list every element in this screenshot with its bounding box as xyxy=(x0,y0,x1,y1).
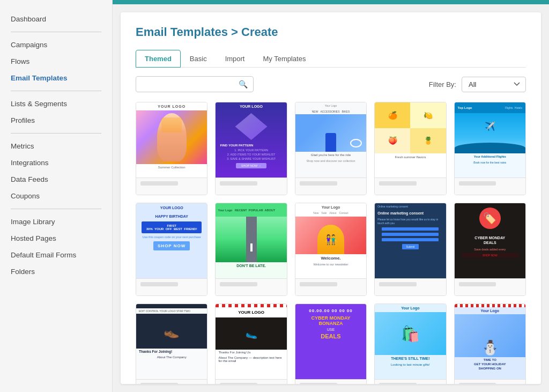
template-footer xyxy=(136,177,207,195)
sidebar-item-flows[interactable]: Flows xyxy=(0,53,112,70)
tab-my-templates[interactable]: My Templates xyxy=(254,50,315,68)
content-area: Email Templates > Create Themed Basic Im… xyxy=(121,12,541,384)
template-preview: YOUR LOGO 🥿 Thanks For Joining Us About … xyxy=(216,304,286,379)
template-footer xyxy=(375,379,446,384)
template-footer xyxy=(375,278,446,295)
template-preview: Your Logo ⛄ TIME TOGET YOUR HOLIDAYSHOPP… xyxy=(455,304,525,379)
template-preview: YOUR LOGO Summer Collection xyxy=(136,102,207,177)
sidebar-item-coupons[interactable]: Coupons xyxy=(0,188,112,204)
template-grid: YOUR LOGO Summer Collection xyxy=(136,102,526,384)
template-card[interactable]: Your Logo NEWACCESSORIESBIKES Glad you'r… xyxy=(295,102,367,195)
template-footer xyxy=(295,278,366,295)
tab-themed[interactable]: Themed xyxy=(136,50,181,68)
template-preview: 00.00.00 00 00 00 CYBER MONDAYBONANZA US… xyxy=(295,304,366,379)
filter-controls: Filter By: All E-commerce Newsletter Hol… xyxy=(429,77,526,92)
sidebar-item-metrics[interactable]: Metrics xyxy=(0,138,112,154)
filter-label: Filter By: xyxy=(429,80,456,88)
template-footer xyxy=(216,278,286,295)
template-card[interactable]: YOUR LOGO Summer Collection xyxy=(136,102,207,195)
sidebar-divider-1 xyxy=(11,32,101,32)
sidebar-item-hosted-pages[interactable]: Hosted Pages xyxy=(0,230,112,247)
template-card[interactable]: 🍊 🍋 🍑 🍍 Fresh summer flavors xyxy=(374,102,446,195)
template-preview: Online marketing consent Online marketin… xyxy=(375,203,446,278)
template-preview: Your Logo NEWACCESSORIESBIKES Glad you'r… xyxy=(295,102,366,177)
main-content: Email Templates > Create Themed Basic Im… xyxy=(113,0,549,392)
template-card[interactable]: Online marketing consent Online marketin… xyxy=(374,203,446,296)
search-box[interactable]: 🔍 xyxy=(136,76,254,92)
template-preview: YOUR LOGO FIND YOUR PATTERN 1. PICK YOUR… xyxy=(216,102,286,177)
template-footer xyxy=(375,177,446,195)
tab-basic[interactable]: Basic xyxy=(181,50,216,68)
template-preview: Your Logo NewSaleAboutContact 👫 Welcome.… xyxy=(295,203,366,278)
search-icon: 🔍 xyxy=(239,80,248,88)
top-accent-bar xyxy=(113,0,549,4)
sidebar-item-default-email-forms[interactable]: Default Email Forms xyxy=(0,247,112,263)
sidebar: Dashboard Campaigns Flows Email Template… xyxy=(0,0,113,392)
sidebar-item-email-templates[interactable]: Email Templates xyxy=(0,70,112,86)
sidebar-item-profiles[interactable]: Profiles xyxy=(0,112,112,129)
sidebar-item-lists-segments[interactable]: Lists & Segments xyxy=(0,95,112,112)
template-footer xyxy=(455,278,525,295)
template-footer xyxy=(136,379,207,384)
template-footer xyxy=(455,379,525,384)
template-footer xyxy=(216,379,286,384)
filter-row: 🔍 Filter By: All E-commerce Newsletter H… xyxy=(136,76,526,92)
template-card[interactable]: Your Logo NewSaleAboutContact 👫 Welcome.… xyxy=(295,203,367,296)
sidebar-item-folders[interactable]: Folders xyxy=(0,263,112,280)
template-footer xyxy=(136,278,207,295)
template-card[interactable]: EDIT CONTROL YOUR LOGO STAR TWO 👞 Thanks… xyxy=(136,304,207,384)
sidebar-item-dashboard[interactable]: Dashboard xyxy=(0,11,112,27)
template-preview: Your Logo RECENT POPULAR ABOUT DON'T BE … xyxy=(216,203,286,278)
template-preview: Top Logo FlightsHotels ✈️ Your Additiona… xyxy=(455,102,525,177)
template-card[interactable]: Your Logo 🛍️ THERE'S STILL TIME! Looking… xyxy=(374,304,446,384)
template-footer xyxy=(295,177,366,195)
sidebar-item-data-feeds[interactable]: Data Feeds xyxy=(0,171,112,188)
page-title: Email Templates > Create xyxy=(136,25,526,39)
sidebar-item-image-library[interactable]: Image Library xyxy=(0,213,112,230)
template-card[interactable]: Your Logo RECENT POPULAR ABOUT DON'T BE … xyxy=(215,203,287,296)
sidebar-divider-3 xyxy=(11,133,101,134)
sidebar-divider-2 xyxy=(11,91,101,91)
search-input[interactable] xyxy=(142,80,239,88)
template-card[interactable]: 00.00.00 00 00 00 CYBER MONDAYBONANZA US… xyxy=(295,304,367,384)
sidebar-item-campaigns[interactable]: Campaigns xyxy=(0,36,112,53)
template-card[interactable]: YOUR LOGO HAPPY BIRTHDAY FIRST 30% YOUR … xyxy=(136,203,207,296)
template-card[interactable]: 🏷️ CYBER MONDAYDEALS Save deals added ev… xyxy=(454,203,526,296)
tab-bar: Themed Basic Import My Templates xyxy=(136,50,526,68)
template-card[interactable]: Top Logo FlightsHotels ✈️ Your Additiona… xyxy=(454,102,526,195)
template-footer xyxy=(455,177,525,195)
template-card[interactable]: Your Logo ⛄ TIME TOGET YOUR HOLIDAYSHOPP… xyxy=(454,304,526,384)
template-preview: EDIT CONTROL YOUR LOGO STAR TWO 👞 Thanks… xyxy=(136,304,207,379)
sidebar-divider-4 xyxy=(11,209,101,209)
template-footer xyxy=(295,379,366,384)
sidebar-item-integrations[interactable]: Integrations xyxy=(0,154,112,171)
template-preview: Your Logo 🛍️ THERE'S STILL TIME! Looking… xyxy=(375,304,446,379)
tab-import[interactable]: Import xyxy=(216,50,254,68)
template-card[interactable]: YOUR LOGO 🥿 Thanks For Joining Us About … xyxy=(215,304,287,384)
template-card[interactable]: YOUR LOGO FIND YOUR PATTERN 1. PICK YOUR… xyxy=(215,102,287,195)
template-preview: 🏷️ CYBER MONDAYDEALS Save deals added ev… xyxy=(455,203,525,278)
template-preview: 🍊 🍋 🍑 🍍 Fresh summer flavors xyxy=(375,102,446,177)
template-preview: YOUR LOGO HAPPY BIRTHDAY FIRST 30% YOUR … xyxy=(136,203,207,278)
template-footer xyxy=(216,177,286,195)
filter-select[interactable]: All E-commerce Newsletter Holiday Promot… xyxy=(462,77,526,92)
